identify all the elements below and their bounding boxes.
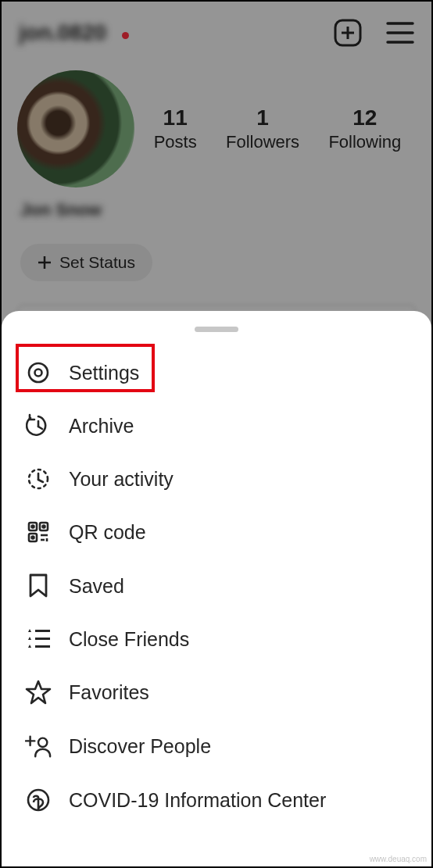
menu-item-favorites[interactable]: Favorites — [2, 665, 431, 720]
discover-people-icon — [25, 734, 52, 759]
svg-line-14 — [38, 480, 43, 482]
svg-point-20 — [32, 537, 34, 539]
menu-item-activity[interactable]: Your activity — [2, 452, 431, 505]
svg-rect-28 — [35, 638, 50, 640]
menu-label: Your activity — [69, 468, 174, 491]
svg-rect-29 — [35, 645, 50, 648]
menu-item-qr[interactable]: QR code — [2, 505, 431, 559]
svg-marker-24 — [28, 629, 31, 632]
bottom-sheet: Settings Archive Your act — [2, 311, 431, 866]
menu-item-discover[interactable]: Discover People — [2, 720, 431, 773]
svg-point-8 — [29, 363, 48, 382]
archive-icon — [25, 413, 52, 438]
bookmark-icon — [25, 573, 52, 599]
svg-line-11 — [38, 427, 42, 429]
watermark: www.deuaq.com — [370, 855, 427, 863]
menu-label: Settings — [69, 362, 139, 384]
svg-rect-27 — [35, 630, 50, 632]
menu-label: Close Friends — [69, 628, 189, 651]
menu-item-settings[interactable]: Settings — [2, 346, 431, 399]
menu-item-covid[interactable]: COVID-19 Information Center — [2, 773, 431, 827]
gear-icon — [25, 360, 52, 385]
menu-label: Favorites — [69, 681, 149, 704]
activity-icon — [25, 466, 52, 491]
menu-label: Saved — [69, 575, 124, 598]
menu-label: Archive — [69, 415, 134, 438]
svg-point-9 — [35, 370, 42, 377]
menu-item-saved[interactable]: Saved — [2, 559, 431, 613]
menu-label: COVID-19 Information Center — [69, 789, 326, 812]
sheet-grabber[interactable] — [195, 327, 238, 332]
covid-info-icon — [25, 787, 52, 813]
svg-marker-26 — [28, 645, 31, 648]
svg-point-33 — [38, 738, 47, 747]
svg-marker-25 — [28, 637, 31, 640]
close-friends-icon — [25, 627, 52, 651]
menu-label: Discover People — [69, 735, 211, 758]
svg-point-18 — [32, 526, 34, 528]
svg-point-19 — [43, 526, 45, 528]
qr-icon — [25, 520, 52, 545]
menu-item-archive[interactable]: Archive — [2, 399, 431, 452]
menu-item-close-friends[interactable]: Close Friends — [2, 613, 431, 665]
menu-label: QR code — [69, 521, 146, 544]
star-icon — [25, 679, 52, 705]
svg-marker-30 — [27, 681, 50, 703]
